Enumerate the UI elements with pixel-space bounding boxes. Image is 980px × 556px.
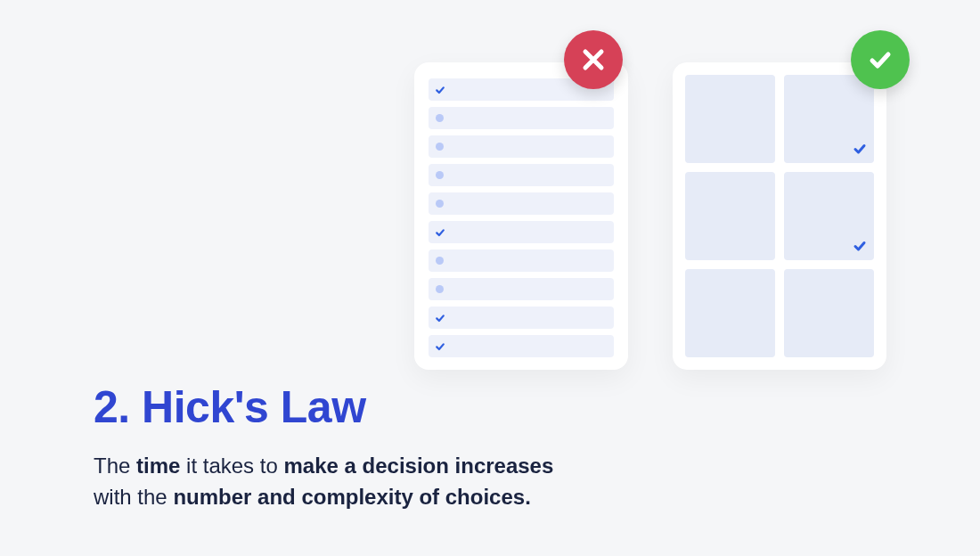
checkmark-icon [435, 85, 445, 95]
list-item [429, 107, 614, 129]
list-bullet-icon [436, 200, 444, 208]
desc-part: it takes to [180, 454, 283, 478]
desc-bold-choices: number and complexity of choices. [173, 485, 530, 509]
list-item [429, 335, 614, 357]
desc-part: with the [94, 485, 173, 509]
x-icon [579, 45, 608, 74]
list-item [429, 135, 614, 158]
checkmark-icon [435, 341, 445, 352]
grid-cell [784, 172, 874, 260]
grid-cell [685, 75, 775, 163]
list-item [429, 164, 614, 186]
description: The time it takes to make a decision inc… [94, 451, 553, 513]
check-icon [865, 45, 895, 75]
list-item [429, 192, 614, 215]
list-item [429, 278, 614, 300]
checkmark-icon [435, 227, 445, 238]
grid-cell [784, 75, 874, 163]
grid-cell [685, 269, 775, 357]
checkmark-icon [435, 313, 445, 323]
checkmark-icon [853, 142, 867, 156]
list-bullet-icon [436, 143, 444, 151]
list-item [429, 307, 614, 329]
list-item [429, 221, 614, 243]
check-badge [851, 30, 910, 89]
content-text: 2. Hick's Law The time it takes to make … [94, 381, 553, 513]
list-bullet-icon [436, 257, 444, 265]
checkmark-icon [853, 239, 867, 253]
desc-bold-decision: make a decision increases [283, 454, 553, 478]
x-badge [564, 30, 623, 89]
desc-part: The [94, 454, 136, 478]
heading: 2. Hick's Law [94, 381, 553, 433]
list-item [429, 249, 614, 272]
good-example-card [673, 62, 886, 370]
bad-example-card [414, 62, 628, 370]
grid-cell [685, 172, 775, 260]
list-bullet-icon [436, 285, 444, 293]
list-bullet-icon [436, 171, 444, 179]
grid-cell [784, 269, 874, 357]
list-bullet-icon [436, 114, 444, 122]
desc-bold-time: time [136, 454, 180, 478]
